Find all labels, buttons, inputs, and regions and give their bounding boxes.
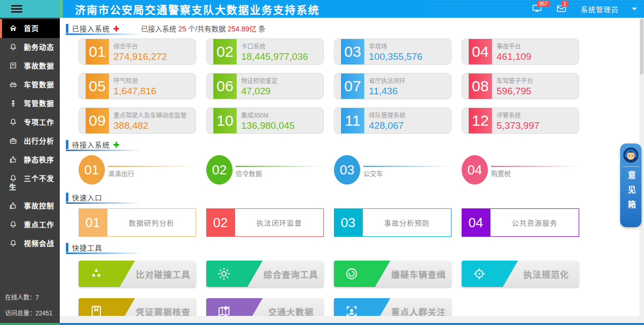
header-actions: 957 1 系统管理员 bbox=[532, 0, 637, 18]
quick-entry-accident-prevention[interactable]: 03事故分析预防 bbox=[334, 208, 451, 237]
feedback-box-label: 意见箱 bbox=[625, 171, 637, 215]
system-card-12[interactable]: 12评警系统5,373,997 bbox=[462, 107, 579, 134]
notifications-button[interactable]: 957 bbox=[532, 4, 543, 15]
sidebar-item-vehicle-data[interactable]: 车管数据 bbox=[0, 76, 60, 94]
sidebar-item-static-order[interactable]: 静态秩序 bbox=[0, 151, 60, 169]
section-bar bbox=[66, 243, 68, 252]
sidebar: 首页 勤务动态 事故数据 车管数据 驾管数据 专项工作 出行分析 静态秩序 三个… bbox=[0, 0, 60, 323]
plus-icon[interactable] bbox=[113, 25, 120, 32]
messages-button[interactable]: 1 bbox=[556, 4, 567, 15]
bell-icon bbox=[9, 43, 17, 51]
section-bar bbox=[66, 193, 68, 202]
system-value: 461,109 bbox=[497, 51, 532, 62]
section-quick-entry-header: 快速入口 bbox=[66, 192, 639, 203]
system-card-07[interactable]: 07省厅执法闭环11,436 bbox=[334, 73, 451, 99]
system-value: 596,795 bbox=[497, 86, 533, 97]
system-label: 呼气检测 bbox=[113, 76, 157, 85]
system-number: 12 bbox=[469, 108, 492, 133]
tool-traffic-big-data[interactable]: 交通大数据 bbox=[206, 298, 324, 316]
book-icon bbox=[9, 62, 17, 70]
tool-compare-collision[interactable]: 比对碰撞工具 bbox=[79, 261, 196, 287]
pending-number: 04 bbox=[462, 155, 488, 185]
system-label: 卡口系统 bbox=[241, 42, 308, 50]
top-header: 济南市公安局交通警察支队大数据业务支持系统 957 1 系统管理员 bbox=[60, 0, 644, 18]
section-underline bbox=[66, 33, 142, 35]
system-value: 18,445,977,036 bbox=[241, 51, 308, 62]
section-underline bbox=[66, 150, 142, 151]
sidebar-item-video-campaign[interactable]: 视频会战 bbox=[0, 234, 60, 253]
pending-system-didi[interactable]: 01滴滴出行 bbox=[79, 155, 196, 187]
tool-law-standardization[interactable]: 执法规范化 bbox=[462, 261, 579, 287]
system-card-02[interactable]: 02卡口系统18,445,977,036 bbox=[206, 39, 324, 65]
sidebar-item-accident-control[interactable]: 事故控制 bbox=[0, 197, 60, 215]
system-card-10[interactable]: 10集成350M136,980,045 bbox=[206, 107, 324, 134]
bell-icon bbox=[9, 239, 17, 247]
tool-comprehensive-query[interactable]: 综合查询工具 bbox=[206, 261, 324, 287]
feedback-box-button[interactable]: 意见箱 bbox=[620, 143, 641, 227]
user-menu[interactable]: 系统管理员 bbox=[581, 4, 619, 14]
section-title: 快捷工具 bbox=[72, 242, 102, 252]
sidebar-nav: 首页 勤务动态 事故数据 车管数据 驾管数据 专项工作 出行分析 静态秩序 三个… bbox=[0, 19, 60, 253]
pending-system-purchase-tax[interactable]: 04购置税 bbox=[462, 155, 579, 187]
system-card-03[interactable]: 03非现场100,355,576 bbox=[334, 39, 451, 65]
system-card-08[interactable]: 08车驾管子平台596,795 bbox=[462, 73, 579, 99]
system-card-04[interactable]: 04事故平台461,109 bbox=[462, 39, 579, 65]
crosshair-icon bbox=[473, 267, 486, 280]
pending-system-bus[interactable]: 03公交车 bbox=[334, 155, 451, 187]
sidebar-item-travel-analysis[interactable]: 出行分析 bbox=[0, 132, 60, 151]
sidebar-item-key-work[interactable]: 重点工作 bbox=[0, 215, 60, 234]
sidebar-item-home[interactable]: 首页 bbox=[0, 19, 60, 38]
system-number: 09 bbox=[86, 108, 109, 133]
quick-entry-number: 03 bbox=[334, 208, 362, 237]
pending-number: 01 bbox=[79, 155, 105, 185]
system-label: 省厅执法闭环 bbox=[369, 76, 405, 85]
quick-entry-public-resources[interactable]: 04公共资源服务 bbox=[462, 208, 579, 237]
system-card-09[interactable]: 09重点驾驶人及车辆动态监管388,482 bbox=[79, 107, 196, 134]
system-value: 1,647,816 bbox=[113, 86, 157, 97]
data-total: 254.89亿 bbox=[228, 25, 256, 33]
system-card-01[interactable]: 01综合平台274,916,272 bbox=[79, 39, 196, 65]
plus-icon[interactable] bbox=[113, 141, 120, 148]
system-value: 47,029 bbox=[241, 86, 278, 97]
system-card-11[interactable]: 11排队管理系统428,067 bbox=[334, 107, 451, 134]
system-number: 05 bbox=[86, 74, 109, 99]
tool-grid: 比对碰撞工具 综合查询工具 嫌疑车辆查缉 执法规范化 凭证票据核查 交通大数据 … bbox=[79, 261, 639, 316]
system-value: 5,373,997 bbox=[497, 120, 540, 131]
pending-system-signal-data[interactable]: 02信令数据 bbox=[206, 155, 324, 187]
menu-toggle-button[interactable] bbox=[0, 0, 60, 18]
section-connected-systems-header: 已接入系统 已接入系统 25 个/共有数据 254.89亿 条 bbox=[66, 23, 639, 34]
scrollbar-thumb[interactable] bbox=[640, 19, 643, 75]
quick-entry-law-enforcement[interactable]: 02执法闭环监督 bbox=[206, 208, 324, 237]
system-label: 集成350M bbox=[241, 111, 295, 119]
sidebar-item-special-work[interactable]: 专项工作 bbox=[0, 113, 60, 132]
tool-key-persons[interactable]: 重点人群关注 bbox=[334, 298, 451, 316]
system-card-05[interactable]: 05呼气检测1,647,816 bbox=[79, 73, 196, 99]
chevron-down-icon[interactable] bbox=[632, 8, 637, 10]
quick-entry-data-analysis[interactable]: 01数据研判分析 bbox=[79, 208, 196, 237]
section-title: 快速入口 bbox=[72, 192, 102, 202]
system-value: 100,355,576 bbox=[369, 51, 423, 62]
system-number: 10 bbox=[213, 108, 237, 133]
system-number: 02 bbox=[213, 39, 237, 64]
notification-count-badge: 957 bbox=[537, 1, 550, 7]
system-card-06[interactable]: 06物证检验鉴定47,029 bbox=[206, 73, 324, 99]
pending-label: 购置税 bbox=[491, 168, 579, 178]
quick-entry-label: 数据研判分析 bbox=[129, 218, 174, 228]
tool-voucher-check[interactable]: 凭证票据核查 bbox=[79, 298, 196, 316]
sidebar-item-driver-data[interactable]: 驾管数据 bbox=[0, 94, 60, 113]
bottom-blue-bar bbox=[60, 323, 644, 325]
pending-number: 03 bbox=[334, 155, 360, 185]
section-bar bbox=[66, 24, 68, 33]
footer-strip bbox=[60, 316, 644, 323]
tool-suspect-vehicle[interactable]: 嫌疑车辆查缉 bbox=[334, 261, 451, 287]
sidebar-item-accident-data[interactable]: 事故数据 bbox=[0, 57, 60, 76]
divider bbox=[622, 166, 639, 167]
briefcase-icon bbox=[9, 137, 17, 145]
person-frame-icon bbox=[345, 305, 358, 316]
sidebar-item-three-no-occur[interactable]: 三个不发生 bbox=[0, 169, 60, 197]
sidebar-item-duty-status[interactable]: 勤务动态 bbox=[0, 38, 60, 57]
system-number: 11 bbox=[341, 108, 364, 133]
system-value: 274,916,272 bbox=[113, 51, 167, 62]
gradient-line bbox=[236, 166, 324, 167]
thumb-icon bbox=[9, 202, 17, 210]
